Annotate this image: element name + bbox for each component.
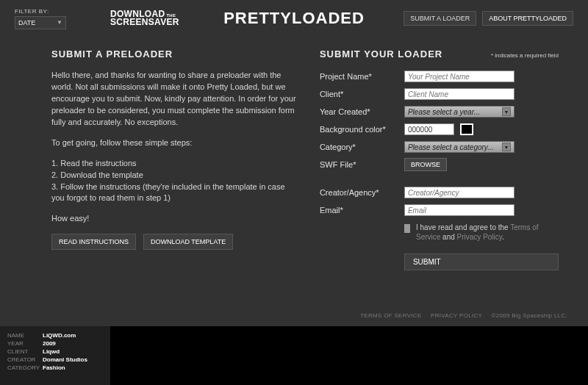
category-label: Category* [320,143,404,151]
submit-your-loader-heading: SUBMIT YOUR LOADER [320,48,442,60]
year-select-value: Please select a year... [408,108,480,116]
bottom-strip [110,326,588,385]
chevron-down-icon: ▼ [502,107,511,116]
category-select-value: Please select a category... [408,143,494,151]
bgcolor-label: Background color* [320,125,404,134]
year-label: Year Created* [320,107,404,116]
chevron-down-icon: ▼ [502,143,511,151]
pp-link[interactable]: Privacy Policy [457,233,503,241]
browse-button[interactable]: BROWSE [404,158,447,171]
info-client-k: CLIENT [7,348,43,355]
agree-checkbox[interactable] [404,224,410,233]
download-template-button[interactable]: DOWNLOAD TEMPLATE [143,234,233,250]
required-note: * indicates a required field [491,52,559,59]
year-select[interactable]: Please select a year... ▼ [404,106,514,118]
footer-tos-link[interactable]: TERMS OF SERVICE [360,312,421,319]
project-name-input[interactable] [404,71,514,82]
email-input[interactable] [404,204,514,216]
submit-preloader-heading: SUBMIT A PRELOADER [51,48,298,60]
category-select[interactable]: Please select a category... ▼ [404,141,514,153]
info-name-v: LiQWD.com [43,332,76,339]
info-client-v: Liqwd [43,348,60,355]
agree-text: I have read and agree to the Terms of Se… [416,223,559,242]
swf-label: SWF File* [320,160,404,169]
info-year-k: YEAR [7,340,43,347]
step-2: 2. Download the template [51,170,298,181]
info-creator-v: Domani Studios [43,356,87,363]
filter-by-label: FILTER BY: [15,8,66,15]
project-name-label: Project Name* [320,72,404,81]
info-name-k: NAME [7,332,43,339]
footer-copyright: ©2009 Big Spaceship LLC. [492,312,567,319]
steps-intro: To get going, follow these simple steps: [51,137,298,149]
site-logo[interactable]: PRETTYLOADED [223,9,365,28]
filter-value: DATE [18,19,35,26]
filter-select[interactable]: DATE ▼ [15,16,66,29]
client-input[interactable] [404,88,514,100]
download-screensaver-link[interactable]: DOWNLOADTHE SCREENSAVER [110,10,179,26]
bgcolor-input[interactable] [404,123,454,135]
client-label: Client* [320,90,404,98]
submit-loader-nav-button[interactable]: SUBMIT A LOADER [404,11,476,26]
email-label: Email* [320,206,404,215]
info-year-v: 2009 [43,340,56,347]
footer-links: TERMS OF SERVICE PRIVACY POLICY ©2009 Bi… [353,312,567,319]
chevron-down-icon: ▼ [57,19,62,26]
info-category-k: CATEGORY [7,364,43,371]
step-3: 3. Follow the instructions (they're incl… [51,181,298,205]
intro-paragraph: Hello there, and thanks for wanting to s… [51,70,298,129]
footer-pp-link[interactable]: PRIVACY POLICY [431,312,482,319]
how-easy: How easy! [51,213,298,225]
read-instructions-button[interactable]: READ INSTRUCTIONS [51,234,136,250]
info-panel: NAMELiQWD.com YEAR2009 CLIENTLiqwd CREAT… [0,326,110,385]
step-1: 1. Read the instructions [51,158,298,170]
creator-input[interactable] [404,187,514,198]
download-line2: SCREENSAVER [110,18,179,26]
bgcolor-swatch[interactable] [460,123,473,135]
creator-label: Creator/Agency* [320,188,404,197]
info-category-v: Fashion [43,364,65,371]
about-button[interactable]: ABOUT PRETTYLOADED [482,11,573,26]
submit-button[interactable]: SUBMIT [404,253,559,270]
info-creator-k: CREATOR [7,356,43,363]
